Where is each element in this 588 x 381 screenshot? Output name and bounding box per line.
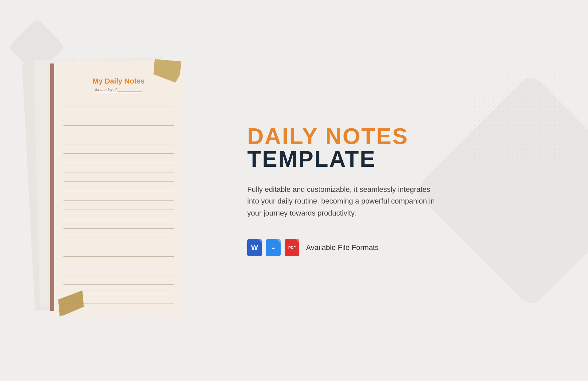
notebook-subtitle: for the day of ____________ [63,88,174,92]
pdf-format-icon: PDF [285,239,299,256]
ruled-line [63,238,174,247]
ruled-line [63,229,174,238]
ruled-line [63,163,174,172]
word-letter: W [251,243,258,252]
pdf-letter: PDF [288,246,296,250]
ruled-line [63,266,174,275]
page-container: My Daily Notes for the day of __________… [0,0,588,381]
ruled-line [63,182,174,191]
docs-format-icon: ≡ [266,239,281,256]
hero-title-line1: DAILY NOTES [247,125,555,147]
ruled-line [63,201,174,210]
text-content: DAILY NOTES TEMPLATE Fully editable and … [234,125,555,256]
ruled-line [63,210,174,219]
file-formats: W ≡ PDF Available File Formats [247,239,555,256]
ruled-line [63,135,174,144]
formats-label: Available File Formats [306,243,379,252]
hero-title-line2: TEMPLATE [247,147,555,170]
ruled-line [63,107,174,116]
ruled-line [63,257,174,266]
ruled-line [63,154,174,163]
notebook-main-page: My Daily Notes for the day of __________… [53,64,184,311]
ruled-lines [63,98,174,303]
notebook-preview: My Daily Notes for the day of __________… [33,53,207,328]
ruled-line [63,144,174,154]
ruled-line [63,116,174,126]
binding-strip [50,64,54,311]
subtitle-text: for the day of ____________ [95,88,142,92]
ruled-line [63,98,174,107]
notebook-title: My Daily Notes [63,77,174,86]
ruled-line [63,219,174,229]
ruled-line [63,275,174,285]
ruled-line [63,247,174,257]
ruled-line [63,172,174,182]
ruled-line [63,191,174,201]
docs-letter: ≡ [272,245,275,250]
content-wrapper: My Daily Notes for the day of __________… [33,53,555,328]
ruled-line [63,126,174,135]
hero-description: Fully editable and customizable, it seam… [247,183,441,219]
word-format-icon: W [247,239,262,256]
